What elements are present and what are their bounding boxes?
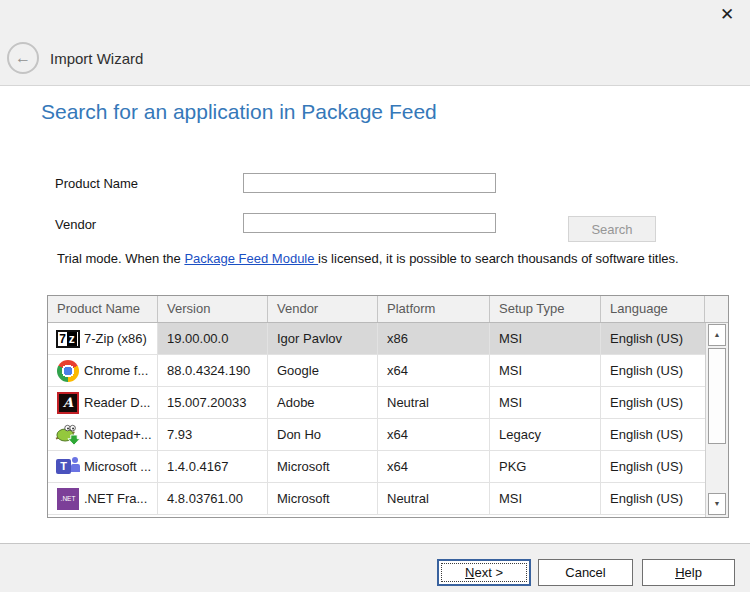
cell-product: 7z7-Zip (x86) [48,323,158,354]
cell-platform: Neutral [378,387,490,418]
cell-product: AReader D... [48,387,158,418]
back-button[interactable]: ← [7,42,39,74]
scroll-thumb[interactable] [708,348,726,444]
cell-vendor: Microsoft [268,451,378,482]
next-button[interactable]: Next > [437,559,531,586]
cell-vendor: Igor Pavlov [268,323,378,354]
cell-version: 7.93 [158,419,268,450]
product-name-text: Notepad+... [84,419,152,450]
search-button[interactable]: Search [568,216,656,242]
cell-version: 1.4.0.4167 [158,451,268,482]
table-row[interactable]: Chrome f...88.0.4324.190Googlex64MSIEngl… [48,355,705,387]
wizard-header: ✕ ← Import Wizard [0,0,750,86]
cell-version: 4.8.03761.00 [158,483,268,514]
product-name-text: .NET Fra... [84,483,147,514]
cell-version: 15.007.20033 [158,387,268,418]
cell-setup: Legacy [490,419,601,450]
scroll-down-icon[interactable]: ▼ [708,493,726,515]
cell-platform: x86 [378,323,490,354]
cell-product: TMicrosoft ... [48,451,158,482]
table-row[interactable]: AReader D...15.007.20033AdobeNeutralMSIE… [48,387,705,419]
trial-note: Trial mode. When the Package Feed Module… [57,251,679,266]
cell-language: English (US) [601,483,705,514]
cell-setup: MSI [490,483,601,514]
cell-platform: x64 [378,451,490,482]
table-body: 7z7-Zip (x86)19.00.00.0Igor Pavlovx86MSI… [48,323,705,517]
table-row[interactable]: .NET.NET Fra...4.8.03761.00MicrosoftNeut… [48,483,705,515]
notepad-plus-plus-icon [52,423,84,447]
column-header-spacer [705,296,728,322]
cell-language: English (US) [601,323,705,354]
cell-setup: PKG [490,451,601,482]
cell-product: Chrome f... [48,355,158,386]
product-name-text: Chrome f... [84,355,148,386]
cell-vendor: Google [268,355,378,386]
cell-version: 19.00.00.0 [158,323,268,354]
vertical-scrollbar[interactable]: ▲ ▼ [705,323,728,517]
table-row[interactable]: 7z7-Zip (x86)19.00.00.0Igor Pavlovx86MSI… [48,323,705,355]
chrome-icon [52,360,84,382]
column-header-version[interactable]: Version [158,296,268,322]
cell-setup: MSI [490,323,601,354]
help-button[interactable]: Help [642,559,735,586]
product-name-input[interactable] [243,173,496,193]
7zip-icon: 7z [52,330,84,348]
column-header-platform[interactable]: Platform [378,296,490,322]
cell-platform: x64 [378,419,490,450]
cell-vendor: Don Ho [268,419,378,450]
cell-product: Notepad+... [48,419,158,450]
column-header-language[interactable]: Language [601,296,705,322]
back-arrow-icon: ← [9,44,37,72]
cell-language: English (US) [601,387,705,418]
dotnet-icon: .NET [52,488,84,510]
close-icon[interactable]: ✕ [712,2,742,28]
cell-language: English (US) [601,419,705,450]
product-name-text: Microsoft ... [84,451,151,482]
table-row[interactable]: TMicrosoft ...1.4.0.4167Microsoftx64PKGE… [48,451,705,483]
cell-setup: MSI [490,387,601,418]
results-table: Product NameVersionVendorPlatformSetup T… [47,295,729,518]
package-feed-module-link[interactable]: Package Feed Module [184,251,318,266]
product-name-text: 7-Zip (x86) [84,323,147,354]
cell-product: .NET.NET Fra... [48,483,158,514]
vendor-label: Vendor [55,217,96,232]
column-header-product-name[interactable]: Product Name [48,296,158,322]
cell-vendor: Adobe [268,387,378,418]
cancel-button[interactable]: Cancel [538,559,633,586]
table-header-row: Product NameVersionVendorPlatformSetup T… [48,296,728,323]
import-wizard-dialog: ✕ ← Import Wizard Search for an applicat… [0,0,750,592]
adobe-reader-icon: A [52,392,84,414]
section-heading: Search for an application in Package Fee… [41,100,437,124]
column-header-setup-type[interactable]: Setup Type [490,296,601,322]
cell-version: 88.0.4324.190 [158,355,268,386]
product-name-text: Reader D... [84,387,150,418]
footer-bar: Next >CancelHelp [0,543,750,592]
cell-platform: Neutral [378,483,490,514]
trial-text-suffix: is licensed, it is possible to search th… [318,251,679,266]
microsoft-teams-icon: T [52,456,84,477]
cell-language: English (US) [601,355,705,386]
cell-vendor: Microsoft [268,483,378,514]
column-header-vendor[interactable]: Vendor [268,296,378,322]
cell-setup: MSI [490,355,601,386]
cell-platform: x64 [378,355,490,386]
table-row[interactable]: Notepad+...7.93Don Hox64LegacyEnglish (U… [48,419,705,451]
product-name-label: Product Name [55,176,138,191]
cell-language: English (US) [601,451,705,482]
trial-text-prefix: Trial mode. When the [57,251,184,266]
scroll-up-icon[interactable]: ▲ [708,324,726,346]
vendor-input[interactable] [243,213,496,233]
page-title: Import Wizard [50,50,143,67]
